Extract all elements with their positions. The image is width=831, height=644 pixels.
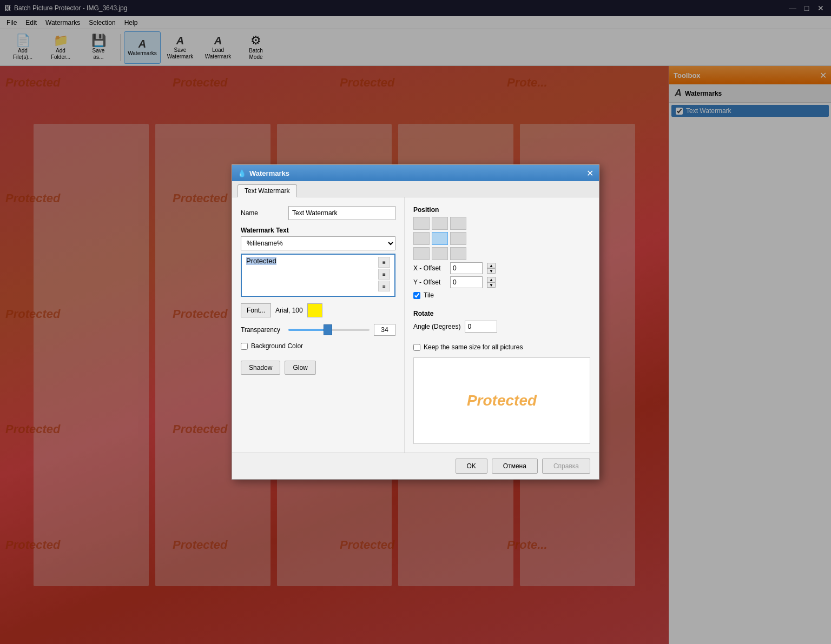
slider-container[interactable] <box>288 324 370 335</box>
pos-mid-right[interactable] <box>450 232 466 245</box>
effects-row: Shadow Glow <box>241 361 395 375</box>
text-selection: Protected <box>246 257 276 265</box>
pos-top-center[interactable] <box>432 217 448 230</box>
modal-left-panel: Name Watermark Text %filename% Protected <box>232 197 404 453</box>
preview-text: Protected <box>467 392 537 409</box>
position-grid-row-1 <box>413 217 590 230</box>
position-grid-row-2 <box>413 232 590 245</box>
position-grid-row-3 <box>413 247 590 260</box>
text-align-buttons: ≡ ≡ ≡ <box>378 257 390 294</box>
shadow-button[interactable]: Shadow <box>241 361 280 375</box>
color-swatch[interactable] <box>307 303 322 317</box>
align-right-button[interactable]: ≡ <box>378 281 390 291</box>
align-center-button[interactable]: ≡ <box>378 269 390 280</box>
slider-thumb[interactable] <box>324 324 332 335</box>
y-offset-down[interactable]: ▼ <box>487 282 496 288</box>
rotate-label: Rotate <box>413 310 590 317</box>
angle-input[interactable] <box>465 321 497 333</box>
keep-size-row: Keep the same size for all pictures <box>413 343 590 351</box>
pos-mid-center[interactable] <box>432 232 448 245</box>
x-offset-row: X - Offset ▲ ▼ <box>413 262 590 274</box>
modal-overlay: 💧 Watermarks ✕ Text Watermark Name Water… <box>0 0 831 644</box>
text-editor[interactable]: Protected ≡ ≡ ≡ <box>241 254 395 297</box>
slider-track <box>288 329 370 331</box>
pos-top-left[interactable] <box>413 217 430 230</box>
watermarks-modal: 💧 Watermarks ✕ Text Watermark Name Water… <box>232 164 599 480</box>
help-button[interactable]: Справка <box>542 459 590 474</box>
font-button[interactable]: Font... <box>241 303 271 317</box>
angle-row: Angle (Degrees) <box>413 321 590 333</box>
cancel-button[interactable]: Отмена <box>492 459 538 474</box>
watermark-text-dropdown[interactable]: %filename% <box>241 236 395 250</box>
transparency-row: Transparency <box>241 324 395 336</box>
keep-size-checkbox[interactable] <box>413 344 420 351</box>
angle-label: Angle (Degrees) <box>413 323 460 330</box>
y-offset-up[interactable]: ▲ <box>487 277 496 282</box>
background-color-row: Background Color <box>241 342 395 350</box>
transparency-label: Transparency <box>241 326 284 334</box>
modal-tabs: Text Watermark <box>232 181 599 197</box>
modal-close-button[interactable]: ✕ <box>586 168 593 178</box>
text-editor-content[interactable]: Protected <box>246 257 376 294</box>
y-offset-input[interactable] <box>450 276 483 288</box>
tab-text-watermark[interactable]: Text Watermark <box>238 184 297 197</box>
name-row: Name <box>241 206 395 220</box>
name-label: Name <box>241 209 284 217</box>
preview-area: Protected <box>413 357 590 444</box>
ok-button[interactable]: OK <box>456 459 487 474</box>
pos-top-right[interactable] <box>450 217 466 230</box>
watermark-text-section: Watermark Text %filename% Protected ≡ ≡ <box>241 227 395 297</box>
align-left-button[interactable]: ≡ <box>378 257 390 268</box>
pos-bot-center[interactable] <box>432 247 448 260</box>
x-offset-up[interactable]: ▲ <box>487 263 496 268</box>
watermark-text-label: Watermark Text <box>241 227 395 234</box>
tile-checkbox[interactable] <box>413 292 420 299</box>
slider-fill <box>288 329 325 331</box>
modal-title-bar: 💧 Watermarks ✕ <box>232 165 599 181</box>
modal-footer: OK Отмена Справка <box>232 453 599 479</box>
text-editor-container: Protected ≡ ≡ ≡ <box>241 254 395 297</box>
pos-mid-left[interactable] <box>413 232 430 245</box>
rotate-section: Rotate Angle (Degrees) <box>413 310 590 333</box>
glow-button[interactable]: Glow <box>285 361 315 375</box>
modal-content: Name Watermark Text %filename% Protected <box>232 197 599 453</box>
pos-bot-right[interactable] <box>450 247 466 260</box>
font-row: Font... Arial, 100 <box>241 303 395 317</box>
keep-size-label: Keep the same size for all pictures <box>424 343 523 351</box>
position-section: Position <box>413 206 590 299</box>
modal-icon: 💧 <box>238 169 246 177</box>
name-input[interactable] <box>288 206 395 220</box>
transparency-value-input[interactable] <box>374 324 395 336</box>
x-offset-down[interactable]: ▼ <box>487 268 496 274</box>
x-offset-label: X - Offset <box>413 264 446 272</box>
x-offset-input[interactable] <box>450 262 483 274</box>
y-offset-spinner: ▲ ▼ <box>487 277 496 288</box>
modal-right-panel: Position <box>404 197 599 453</box>
x-offset-spinner: ▲ ▼ <box>487 263 496 274</box>
tile-row: Tile <box>413 291 590 299</box>
pos-bot-left[interactable] <box>413 247 430 260</box>
y-offset-label: Y - Offset <box>413 278 446 286</box>
font-info: Arial, 100 <box>275 307 303 314</box>
background-color-label: Background Color <box>251 342 303 350</box>
position-grid <box>413 217 590 260</box>
position-label: Position <box>413 206 590 214</box>
background-color-checkbox[interactable] <box>241 343 248 350</box>
tile-label: Tile <box>424 291 434 299</box>
modal-title: Watermarks <box>249 169 289 177</box>
y-offset-row: Y - Offset ▲ ▼ <box>413 276 590 288</box>
